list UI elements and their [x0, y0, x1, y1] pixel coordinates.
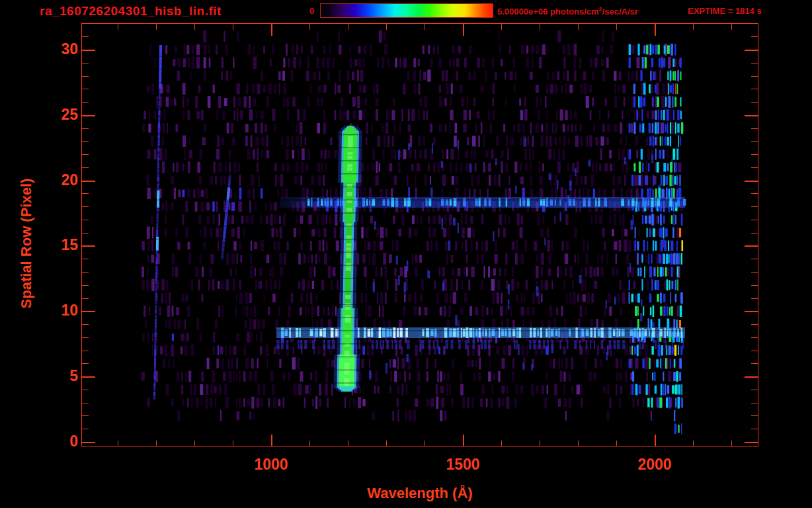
y-minor-tick	[82, 259, 89, 259]
x-minor-tick	[194, 441, 195, 446]
colorbar-max-value: 5.00000e+06 photons/cm	[497, 7, 599, 17]
x-minor-tick	[578, 441, 579, 446]
y-major-tick	[82, 376, 95, 378]
x-minor-tick	[233, 24, 233, 30]
y-minor-tick	[82, 390, 89, 390]
x-minor-tick	[693, 24, 694, 30]
y-major-tick	[82, 181, 95, 182]
y-minor-tick	[751, 233, 758, 233]
x-minor-tick	[156, 24, 157, 30]
y-minor-tick	[751, 154, 758, 155]
exptime-label: EXPTIME = 1814 s	[688, 6, 762, 16]
y-minor-tick	[82, 285, 89, 286]
x-minor-tick	[348, 24, 348, 30]
y-major-tick	[745, 181, 758, 182]
x-minor-tick	[386, 441, 387, 446]
x-minor-tick	[540, 441, 540, 446]
y-major-tick	[745, 442, 758, 443]
colorbar-max-suffix: /sec/A/sr	[602, 7, 638, 17]
y-minor-tick	[751, 220, 758, 220]
x-minor-tick	[156, 441, 157, 446]
y-minor-tick	[751, 89, 758, 89]
y-minor-tick	[751, 298, 758, 299]
x-minor-tick	[616, 24, 617, 30]
x-minor-tick	[425, 24, 425, 30]
plot-frame	[81, 23, 758, 446]
colorbar-min-label: 0	[309, 6, 314, 16]
y-major-tick	[745, 311, 758, 312]
x-tick-label: 1500	[417, 456, 509, 474]
x-minor-tick	[348, 441, 348, 446]
y-minor-tick	[82, 102, 89, 103]
x-minor-tick	[501, 441, 502, 446]
y-minor-tick	[751, 351, 758, 351]
y-major-tick	[82, 442, 95, 443]
x-major-tick	[463, 435, 464, 446]
y-tick-label: 20	[32, 171, 78, 189]
y-minor-tick	[751, 272, 758, 273]
x-minor-tick	[578, 24, 579, 30]
y-minor-tick	[751, 403, 758, 403]
y-minor-tick	[751, 36, 758, 37]
y-minor-tick	[751, 337, 758, 338]
y-major-tick	[82, 115, 95, 116]
y-minor-tick	[82, 89, 89, 89]
y-minor-tick	[751, 259, 758, 259]
x-minor-tick	[118, 24, 118, 30]
y-minor-tick	[751, 193, 758, 194]
y-major-tick	[82, 245, 95, 247]
y-major-tick	[745, 245, 758, 247]
y-minor-tick	[82, 220, 89, 220]
x-minor-tick	[386, 24, 387, 30]
y-minor-tick	[82, 154, 89, 155]
plot-title: ra_160726204301_hisb_lin.fit	[40, 4, 222, 19]
y-minor-tick	[82, 63, 89, 64]
x-minor-tick	[540, 24, 540, 30]
y-minor-tick	[82, 193, 89, 194]
y-minor-tick	[82, 36, 89, 37]
y-minor-tick	[82, 324, 89, 325]
y-minor-tick	[751, 285, 758, 286]
x-minor-tick	[501, 24, 502, 30]
x-minor-tick	[309, 24, 310, 30]
y-minor-tick	[751, 76, 758, 77]
y-minor-tick	[82, 76, 89, 77]
y-minor-tick	[82, 141, 89, 142]
y-minor-tick	[751, 63, 758, 64]
y-tick-label: 30	[32, 40, 78, 58]
y-minor-tick	[82, 415, 89, 416]
y-major-tick	[745, 50, 758, 51]
y-tick-label: 15	[32, 236, 78, 254]
y-minor-tick	[82, 298, 89, 299]
x-major-tick	[655, 24, 656, 36]
y-minor-tick	[82, 429, 89, 429]
spectral-image-viewer: ra_160726204301_hisb_lin.fit 0 5.00000e+…	[0, 0, 812, 508]
y-minor-tick	[751, 390, 758, 390]
y-minor-tick	[751, 141, 758, 142]
x-minor-tick	[309, 441, 310, 446]
y-minor-tick	[751, 415, 758, 416]
colorbar-gradient	[320, 3, 493, 18]
x-minor-tick	[194, 24, 195, 30]
colorbar-max-label: 5.00000e+06 photons/cm2/sec/A/sr	[497, 6, 638, 17]
x-minor-tick	[118, 441, 118, 446]
y-minor-tick	[82, 272, 89, 273]
y-major-tick	[82, 50, 95, 51]
y-minor-tick	[751, 128, 758, 129]
x-minor-tick	[233, 441, 233, 446]
y-minor-tick	[82, 351, 89, 351]
y-minor-tick	[82, 337, 89, 338]
x-minor-tick	[425, 441, 425, 446]
x-major-tick	[463, 24, 464, 36]
y-tick-label: 0	[32, 433, 78, 450]
y-minor-tick	[751, 206, 758, 207]
x-minor-tick	[731, 24, 732, 30]
y-tick-label: 5	[32, 367, 78, 385]
y-tick-label: 25	[32, 106, 78, 124]
y-minor-tick	[751, 429, 758, 429]
y-minor-tick	[751, 363, 758, 364]
y-minor-tick	[82, 233, 89, 233]
x-minor-tick	[731, 441, 732, 446]
y-minor-tick	[751, 324, 758, 325]
x-minor-tick	[616, 441, 617, 446]
